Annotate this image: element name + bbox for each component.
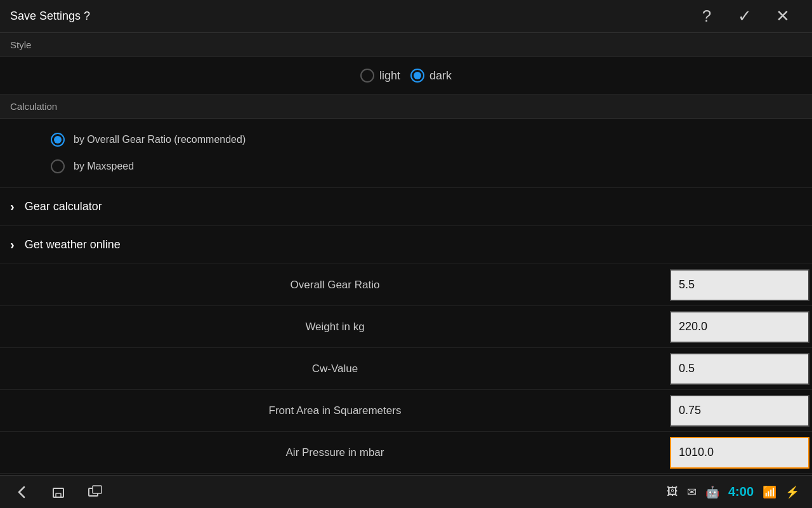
style-options-row: light dark xyxy=(0,57,812,95)
input-label-0: Overall Gear Ratio xyxy=(0,279,670,291)
wifi-icon: 📶 xyxy=(763,485,776,499)
nav-bar: 🖼 ✉ 🤖 4:00 📶 ⚡ xyxy=(0,475,812,508)
input-label-3: Front Area in Squaremeters xyxy=(0,404,670,417)
get-weather-label: Get weather online xyxy=(25,238,121,251)
battery-icon: ⚡ xyxy=(785,485,799,499)
home-button[interactable] xyxy=(49,483,67,501)
calc-gear-ratio-radio[interactable] xyxy=(51,133,65,147)
svg-rect-0 xyxy=(53,488,63,497)
gear-calculator-label: Gear calculator xyxy=(25,200,102,213)
calc-maxspeed-radio[interactable] xyxy=(51,159,65,173)
clock-display: 4:00 xyxy=(728,485,754,499)
style-dark-radio[interactable] xyxy=(410,69,424,83)
calc-maxspeed-label: by Maxspeed xyxy=(74,161,134,172)
input-field-4[interactable] xyxy=(670,437,809,469)
input-row-3: Front Area in Squaremeters xyxy=(0,390,812,432)
title-bar-actions: ? ✓ ✕ xyxy=(688,0,802,33)
gallery-icon: 🖼 xyxy=(667,485,678,498)
nav-right: 🖼 ✉ 🤖 4:00 📶 ⚡ xyxy=(667,485,799,499)
input-label-2: Cw-Value xyxy=(0,363,670,375)
style-light-radio[interactable] xyxy=(360,69,374,83)
input-row-2: Cw-Value xyxy=(0,348,812,390)
help-button[interactable]: ? xyxy=(688,0,726,33)
style-dark-label: dark xyxy=(429,69,452,83)
dialog-title: Save Settings ? xyxy=(10,10,90,23)
back-button[interactable] xyxy=(13,483,30,501)
svg-rect-3 xyxy=(93,486,102,493)
gear-calculator-chevron: › xyxy=(10,199,15,214)
input-field-3[interactable] xyxy=(670,395,809,427)
confirm-button[interactable]: ✓ xyxy=(726,0,764,33)
input-label-1: Weight in kg xyxy=(0,321,670,333)
recent-apps-button[interactable] xyxy=(86,483,104,501)
input-field-2[interactable] xyxy=(670,353,809,385)
nav-left xyxy=(13,483,104,501)
calculation-options: by Overall Gear Ratio (recommended) by M… xyxy=(0,119,812,188)
style-dark-option[interactable]: dark xyxy=(410,69,452,83)
style-section-label: Style xyxy=(0,33,812,57)
close-button[interactable]: ✕ xyxy=(764,0,802,33)
title-bar: Save Settings ? ? ✓ ✕ xyxy=(0,0,812,33)
style-light-option[interactable]: light xyxy=(360,69,400,83)
calc-option-maxspeed[interactable]: by Maxspeed xyxy=(0,153,812,180)
input-row-4: Air Pressure in mbar xyxy=(0,432,812,474)
input-row-1: Weight in kg xyxy=(0,306,812,348)
gear-calculator-row[interactable]: › Gear calculator xyxy=(0,188,812,226)
get-weather-chevron: › xyxy=(10,237,15,252)
input-rows-container: Overall Gear RatioWeight in kgCw-ValueFr… xyxy=(0,264,812,503)
input-field-1[interactable] xyxy=(670,311,809,343)
settings-content: Style light dark Calculation by Overall … xyxy=(0,33,812,503)
input-field-0[interactable] xyxy=(670,269,809,301)
input-label-4: Air Pressure in mbar xyxy=(0,446,670,459)
input-row-0: Overall Gear Ratio xyxy=(0,264,812,306)
email-icon: ✉ xyxy=(687,485,697,499)
calculation-section-label: Calculation xyxy=(0,95,812,119)
style-light-label: light xyxy=(379,69,400,83)
android-icon: 🤖 xyxy=(705,485,719,499)
get-weather-row[interactable]: › Get weather online xyxy=(0,226,812,264)
calc-gear-ratio-label: by Overall Gear Ratio (recommended) xyxy=(74,134,246,145)
calc-option-gear-ratio[interactable]: by Overall Gear Ratio (recommended) xyxy=(0,126,812,153)
